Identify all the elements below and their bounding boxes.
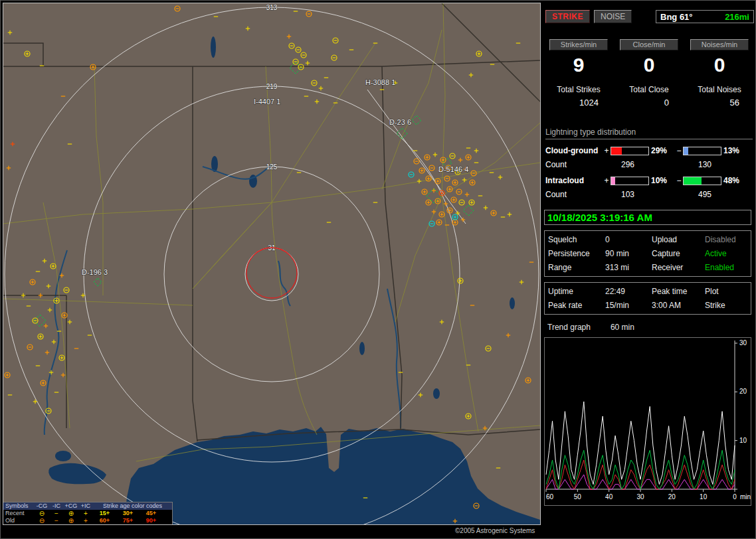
peak-time-value: 3:00 AM bbox=[652, 301, 705, 310]
svg-text:219: 219 bbox=[266, 83, 278, 90]
cg-negative-bar bbox=[683, 147, 721, 155]
legend-old-row: Old ⊖ − ⊕ + 60+ 75+ 90+ bbox=[3, 517, 172, 524]
noises-per-min-column: Noises/min 0 Total Noises 56 bbox=[685, 39, 754, 108]
plus-sign: + bbox=[603, 146, 611, 155]
svg-text:60: 60 bbox=[546, 493, 554, 501]
close-per-min-value: 0 bbox=[614, 54, 684, 76]
trend-window-value: 60 min bbox=[611, 323, 634, 332]
circle-plus-icon: ⊕ bbox=[64, 517, 78, 524]
svg-text:50: 50 bbox=[574, 493, 582, 501]
legend-col-pos-cg: +CG bbox=[64, 502, 78, 510]
range-setting-value: 313 mi bbox=[605, 263, 652, 272]
trend-header: Trend graph 60 min bbox=[547, 323, 754, 332]
cloud-ground-row: Cloud-ground + 29% − 13% bbox=[544, 146, 754, 155]
plus-icon: + bbox=[78, 517, 93, 524]
plus-icon: + bbox=[78, 510, 93, 517]
bearing-value: Bng 61° bbox=[660, 12, 693, 22]
strikes-per-min-value: 9 bbox=[544, 54, 613, 76]
total-strikes-value: 1024 bbox=[544, 98, 613, 108]
legend-col-neg-ic: -IC bbox=[49, 502, 64, 510]
map-canvas: 31321912531H-3088 1I-4407 1D-23 6D-5146 … bbox=[3, 3, 540, 524]
cloud-ground-count-row: Count 296 130 bbox=[544, 160, 754, 169]
map-legend: Symbols -CG -IC +CG +IC Strike age color… bbox=[3, 502, 173, 524]
ic-negative-count: 495 bbox=[690, 190, 711, 199]
svg-text:D-196 3: D-196 3 bbox=[82, 268, 108, 276]
peak-rate-value: 15/min bbox=[605, 301, 652, 310]
svg-text:10: 10 bbox=[700, 493, 708, 501]
count-label: Count bbox=[544, 190, 612, 199]
uptime-label: Uptime bbox=[548, 287, 605, 296]
cg-positive-bar bbox=[611, 147, 649, 155]
trend-graph-canvas: 3020106050403020100min bbox=[545, 338, 751, 505]
upload-label: Upload bbox=[652, 235, 705, 244]
trend-graph-label: Trend graph bbox=[547, 323, 591, 332]
noises-per-min-button[interactable]: Noises/min bbox=[690, 39, 749, 50]
age-30: 30+ bbox=[116, 510, 140, 517]
legend-recent-row: Recent ⊖ − ⊕ + 15+ 30+ 45+ bbox=[3, 510, 172, 517]
circle-minus-icon: ⊖ bbox=[35, 510, 49, 517]
ic-positive-count: 103 bbox=[612, 190, 690, 199]
datetime-display: 10/18/2025 3:19:16 AM bbox=[544, 210, 751, 225]
uptime-value: 22:49 bbox=[605, 287, 652, 296]
intracloud-row: Intracloud + 10% − 48% bbox=[544, 176, 754, 185]
svg-text:H-3088 1: H-3088 1 bbox=[365, 78, 395, 86]
svg-text:30: 30 bbox=[739, 339, 747, 346]
legend-col-pos-ic: +IC bbox=[78, 502, 93, 510]
noise-mode-button[interactable]: NOISE bbox=[594, 10, 632, 23]
strikes-per-min-button[interactable]: Strikes/min bbox=[549, 39, 608, 50]
svg-text:20: 20 bbox=[739, 388, 747, 395]
legend-header-row: Symbols -CG -IC +CG +IC Strike age color… bbox=[3, 502, 172, 510]
mode-row: STRIKE NOISE Bng 61° 216mi bbox=[545, 10, 754, 23]
legend-recent-label: Recent bbox=[3, 510, 35, 517]
strike-mode-button[interactable]: STRIKE bbox=[545, 10, 590, 23]
cg-negative-count: 130 bbox=[690, 160, 711, 169]
svg-text:30: 30 bbox=[636, 493, 644, 501]
plus-sign: + bbox=[603, 176, 611, 185]
age-75: 75+ bbox=[116, 517, 140, 524]
strike-map[interactable]: 31321912531H-3088 1I-4407 1D-23 6D-5146 … bbox=[3, 3, 541, 525]
svg-text:min: min bbox=[740, 493, 751, 501]
age-60: 60+ bbox=[93, 517, 116, 524]
peak-time-label: Peak time bbox=[652, 287, 705, 296]
capture-value: Active bbox=[705, 249, 751, 258]
svg-text:10: 10 bbox=[739, 437, 747, 444]
cg-positive-count: 296 bbox=[612, 160, 690, 169]
legend-col-neg-cg: -CG bbox=[35, 502, 49, 510]
receiver-label: Receiver bbox=[652, 263, 705, 272]
distribution-title: Lightning type distribution bbox=[545, 127, 753, 139]
age-90: 90+ bbox=[140, 517, 163, 524]
total-close-label: Total Close bbox=[614, 85, 684, 94]
svg-text:20: 20 bbox=[668, 493, 676, 501]
svg-text:40: 40 bbox=[605, 493, 613, 501]
svg-text:0: 0 bbox=[733, 493, 737, 501]
strikes-per-min-column: Strikes/min 9 Total Strikes 1024 bbox=[544, 39, 613, 108]
total-strikes-label: Total Strikes bbox=[544, 85, 613, 94]
total-noises-label: Total Noises bbox=[685, 85, 754, 94]
minus-sign: − bbox=[675, 176, 683, 185]
trend-graph: 3020106050403020100min bbox=[544, 337, 751, 506]
circle-minus-icon: ⊖ bbox=[35, 517, 49, 524]
range-label: Range bbox=[548, 263, 605, 272]
plot-value: Strike bbox=[705, 301, 751, 310]
bearing-range-display: Bng 61° 216mi bbox=[656, 10, 754, 23]
total-close-value: 0 bbox=[614, 98, 684, 108]
copyright-text: ©2005 Astrogenic Systems bbox=[455, 527, 535, 534]
ic-positive-bar bbox=[611, 177, 649, 185]
minus-icon: − bbox=[49, 510, 64, 517]
circle-plus-icon: ⊕ bbox=[64, 510, 78, 517]
status-panel: STRIKE NOISE Bng 61° 216mi Strikes/min 9… bbox=[544, 1, 754, 506]
lightning-tracker-app: 31321912531H-3088 1I-4407 1D-23 6D-5146 … bbox=[0, 0, 756, 539]
svg-text:313: 313 bbox=[266, 4, 278, 11]
plot-label: Plot bbox=[705, 287, 751, 296]
cloud-ground-label: Cloud-ground bbox=[544, 146, 603, 155]
cg-negative-percent: 13% bbox=[721, 146, 747, 155]
squelch-label: Squelch bbox=[548, 235, 605, 244]
total-noises-value: 56 bbox=[685, 98, 754, 108]
intracloud-count-row: Count 103 495 bbox=[544, 190, 754, 199]
receiver-status-box: Squelch 0 Upload Disabled Persistence 90… bbox=[544, 230, 751, 277]
close-per-min-button[interactable]: Close/min bbox=[620, 39, 678, 50]
session-stats-box: Uptime 22:49 Peak time Plot Peak rate 15… bbox=[544, 282, 751, 315]
age-15: 15+ bbox=[93, 510, 116, 517]
squelch-value: 0 bbox=[605, 235, 652, 244]
legend-symbols-header: Symbols bbox=[3, 502, 35, 510]
